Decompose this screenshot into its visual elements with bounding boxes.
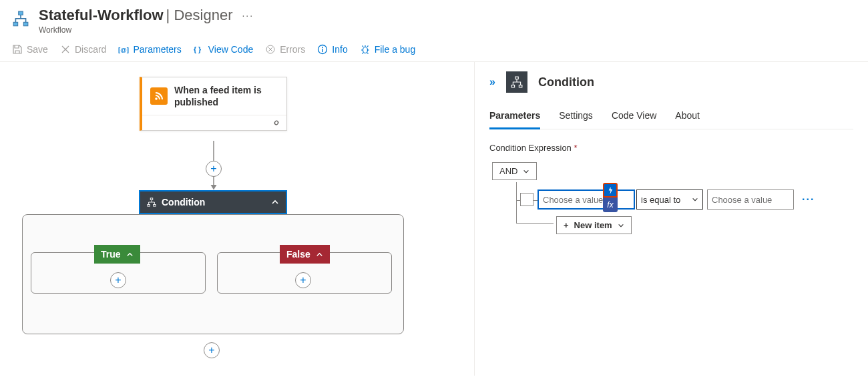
condition-label: Condition: [162, 197, 205, 208]
trigger-label: When a feed item is published: [174, 84, 278, 108]
svg-point-7: [322, 47, 323, 48]
svg-rect-15: [515, 77, 519, 79]
page-subtitle: Workflow: [39, 25, 254, 35]
condition-card[interactable]: Condition: [139, 190, 287, 214]
info-button[interactable]: Info: [317, 44, 347, 55]
condition-builder: AND fx is equal to: [489, 162, 853, 234]
parameters-icon: [@]: [118, 44, 129, 55]
chevron-down-icon: [618, 222, 624, 229]
chevron-up-icon: [271, 198, 279, 206]
tab-parameters[interactable]: Parameters: [489, 110, 540, 129]
page-header: Stateful-Workflow | Designer ··· Workflo…: [0, 0, 868, 39]
right-value-input[interactable]: [707, 189, 794, 210]
row-more-button[interactable]: ···: [802, 193, 815, 206]
view-code-button[interactable]: { } View Code: [194, 44, 253, 55]
add-true-action-button[interactable]: +: [110, 272, 126, 288]
svg-rect-0: [19, 11, 23, 15]
new-item-button[interactable]: + New item: [556, 216, 632, 234]
svg-rect-12: [150, 198, 153, 200]
save-button[interactable]: Save: [12, 44, 48, 55]
bug-icon: [360, 44, 371, 55]
file-bug-button[interactable]: File a bug: [360, 44, 415, 55]
svg-text:[@]: [@]: [118, 46, 129, 53]
link-icon[interactable]: [272, 118, 281, 127]
svg-rect-1: [13, 22, 18, 25]
plus-icon: +: [564, 220, 569, 230]
svg-rect-17: [519, 85, 522, 87]
true-label[interactable]: True: [94, 245, 140, 264]
toolbar: Save Discard [@] Parameters { } View Cod…: [0, 39, 868, 62]
braces-icon: { }: [194, 44, 204, 55]
trigger-card[interactable]: When a feed item is published: [140, 77, 287, 131]
expression-button[interactable]: fx: [603, 198, 618, 212]
errors-button[interactable]: Errors: [265, 44, 305, 55]
operator-dropdown[interactable]: is equal to: [636, 189, 703, 210]
properties-panel: » Condition Parameters Settings Code Vie…: [474, 62, 868, 376]
parameters-button[interactable]: [@] Parameters: [118, 44, 181, 55]
save-icon: [12, 44, 23, 55]
chevron-up-icon: [316, 251, 323, 258]
svg-rect-13: [148, 205, 150, 207]
group-operator-dropdown[interactable]: AND: [492, 162, 537, 180]
svg-point-9: [363, 47, 367, 53]
add-step-after-button[interactable]: +: [204, 342, 220, 358]
error-icon: [265, 44, 276, 55]
panel-title: Condition: [538, 75, 594, 89]
info-icon: [317, 44, 328, 55]
designer-canvas[interactable]: When a feed item is published + Conditio…: [0, 62, 474, 376]
close-icon: [60, 44, 71, 55]
left-value-input[interactable]: [537, 189, 635, 210]
svg-text:{ }: { }: [194, 45, 201, 53]
tab-about[interactable]: About: [675, 110, 700, 129]
collapse-panel-button[interactable]: »: [489, 76, 495, 88]
svg-point-11: [155, 97, 158, 100]
svg-rect-14: [154, 205, 156, 207]
logic-app-icon: [12, 11, 29, 28]
add-false-action-button[interactable]: +: [295, 272, 311, 288]
chevron-down-icon: [523, 168, 529, 175]
panel-tabs: Parameters Settings Code View About: [489, 110, 853, 129]
tab-settings[interactable]: Settings: [559, 110, 593, 129]
discard-button[interactable]: Discard: [60, 44, 106, 55]
false-label[interactable]: False: [280, 245, 330, 264]
condition-icon: [147, 198, 156, 207]
svg-rect-8: [322, 49, 323, 52]
svg-rect-2: [23, 22, 28, 25]
field-label: Condition Expression *: [489, 143, 853, 153]
tab-code-view[interactable]: Code View: [612, 110, 656, 129]
chevron-down-icon: [692, 196, 698, 203]
dynamic-content-button[interactable]: [603, 183, 618, 198]
svg-rect-16: [511, 85, 515, 87]
condition-icon: [506, 71, 527, 93]
rss-icon: [150, 87, 168, 105]
row-checkbox[interactable]: [520, 193, 533, 206]
more-button[interactable]: ···: [242, 10, 254, 21]
page-title: Stateful-Workflow | Designer ···: [39, 7, 254, 24]
chevron-up-icon: [126, 251, 134, 258]
add-step-button[interactable]: +: [206, 161, 222, 177]
